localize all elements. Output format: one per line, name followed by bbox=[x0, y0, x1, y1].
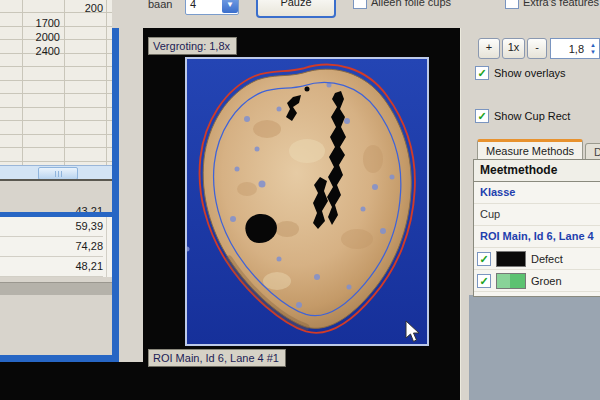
grid-cell: 1700 bbox=[22, 17, 60, 29]
roi-image-viewer[interactable]: Vergroting: 1,8x ROI Main, Id 6, Lane 4 … bbox=[143, 28, 460, 400]
baan-label: baan bbox=[148, 0, 172, 10]
left-panel-empty bbox=[0, 295, 112, 355]
checked-checkbox-icon[interactable]: ✓ bbox=[477, 274, 491, 288]
extra-checkbox[interactable]: Extra's features bbox=[505, 0, 599, 9]
inspection-image[interactable] bbox=[185, 57, 429, 346]
status-strip bbox=[0, 282, 112, 296]
grid-column-line bbox=[106, 0, 107, 165]
groen-color-swatch bbox=[496, 273, 526, 289]
zoom-level-spinner[interactable]: 1,8 ▲▼ bbox=[550, 38, 600, 59]
result-cell: 48,21 bbox=[0, 257, 103, 277]
measure-tabs: Measure Methods Def bbox=[477, 138, 600, 160]
grid-cell: 200 bbox=[64, 2, 103, 14]
folie-cups-label: Alleen folie cups bbox=[371, 0, 451, 8]
show-cup-rect-checkbox[interactable]: ✓ Show Cup Rect bbox=[475, 109, 570, 123]
show-overlays-checkbox[interactable]: ✓ Show overlays bbox=[475, 66, 566, 80]
pause-button[interactable]: Pauze bbox=[256, 0, 336, 18]
defect-label: Defect bbox=[531, 253, 563, 265]
grid-cell: 2400 bbox=[22, 45, 60, 57]
empty-table-area bbox=[469, 295, 600, 400]
groen-label: Groen bbox=[531, 275, 562, 287]
left-data-grid[interactable]: 200 1700 2000 2400 bbox=[0, 0, 112, 165]
checked-checkbox-icon[interactable]: ✓ bbox=[475, 66, 489, 80]
baan-dropdown-value: 4 bbox=[186, 0, 222, 10]
baan-dropdown[interactable]: 4 ▼ bbox=[185, 0, 239, 15]
zoom-reset-button[interactable]: 1x bbox=[502, 38, 525, 59]
zoom-in-button[interactable]: + bbox=[478, 38, 500, 59]
spinner-arrows-icon[interactable]: ▲▼ bbox=[587, 40, 599, 57]
product-scan-image bbox=[187, 59, 427, 344]
table-row-cup[interactable]: Cup bbox=[474, 204, 600, 226]
result-cell: 59,39 bbox=[0, 217, 103, 237]
window-border bbox=[112, 28, 119, 362]
roi-label: ROI Main, Id 6, Lane 4 #1 bbox=[148, 349, 286, 367]
extra-label: Extra's features bbox=[523, 0, 599, 8]
right-control-panel: + 1x - 1,8 ▲▼ ✓ Show overlays ✓ Show Cup… bbox=[460, 28, 600, 400]
checked-checkbox-icon[interactable]: ✓ bbox=[477, 252, 491, 266]
show-cup-rect-label: Show Cup Rect bbox=[494, 110, 570, 122]
measure-method-table[interactable]: Meetmethode Klasse Cup ROI Main, Id 6, L… bbox=[473, 159, 600, 297]
checkbox-icon[interactable] bbox=[505, 0, 519, 9]
chevron-down-icon[interactable]: ▼ bbox=[222, 0, 238, 13]
result-cell: 74,28 bbox=[0, 237, 103, 257]
grid-column-line bbox=[64, 0, 65, 165]
application-window: baan 4 ▼ Pauze Alleen folie cups Extra's… bbox=[0, 0, 600, 400]
magnification-label: Vergroting: 1,8x bbox=[148, 37, 237, 55]
table-row-klasse[interactable]: Klasse bbox=[474, 182, 600, 204]
tab-defaults[interactable]: Def bbox=[585, 143, 600, 160]
defect-color-swatch bbox=[496, 251, 526, 267]
show-overlays-label: Show overlays bbox=[494, 67, 566, 79]
table-row-defect[interactable]: ✓ Defect bbox=[474, 248, 600, 270]
grid-cell: 2000 bbox=[22, 31, 60, 43]
table-row-groen[interactable]: ✓ Groen bbox=[474, 270, 600, 292]
tab-measure-methods[interactable]: Measure Methods bbox=[477, 139, 583, 160]
results-table[interactable]: 59,39 74,28 48,21 bbox=[0, 217, 112, 277]
results-column-line bbox=[106, 217, 107, 277]
mouse-cursor bbox=[405, 320, 421, 344]
table-header: Meetmethode bbox=[474, 160, 600, 182]
clipped-value: 43,21 bbox=[0, 205, 103, 212]
horizontal-scrollbar[interactable] bbox=[0, 165, 112, 180]
toolbar: baan 4 ▼ Pauze Alleen folie cups Extra's… bbox=[143, 0, 600, 28]
checkbox-icon[interactable] bbox=[353, 0, 367, 9]
zoom-level-value: 1,8 bbox=[551, 43, 587, 55]
checked-checkbox-icon[interactable]: ✓ bbox=[475, 109, 489, 123]
panel-gap bbox=[119, 28, 143, 362]
folie-cups-checkbox[interactable]: Alleen folie cups bbox=[353, 0, 451, 9]
zoom-out-button[interactable]: - bbox=[527, 38, 547, 59]
bottom-left-black-area bbox=[0, 362, 143, 400]
table-row-roi-main[interactable]: ROI Main, Id 6, Lane 4 bbox=[474, 226, 600, 248]
window-border bbox=[0, 355, 119, 362]
